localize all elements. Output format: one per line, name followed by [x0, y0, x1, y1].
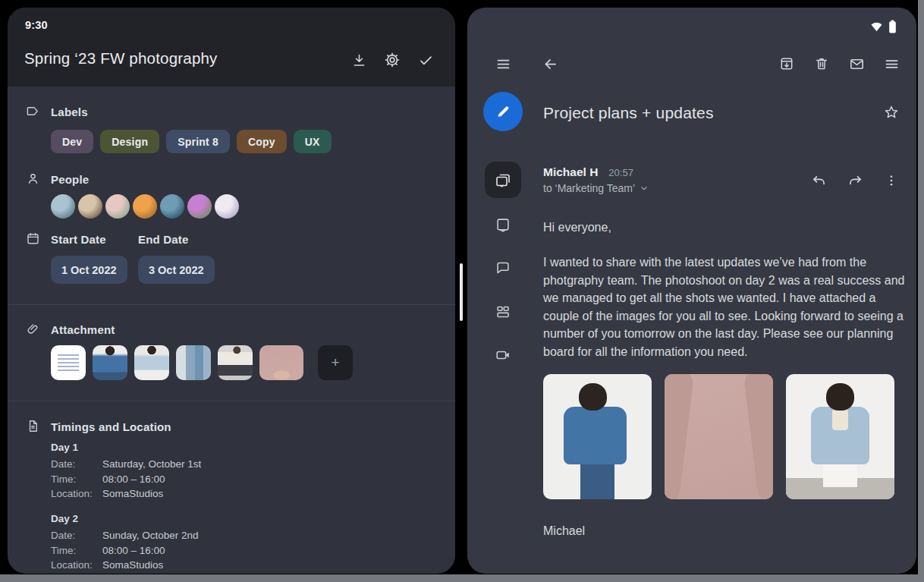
star-icon[interactable]: [883, 104, 900, 121]
end-date-label: End Date: [138, 233, 189, 246]
task-header: 9:30 Spring ‘23 FW photography: [8, 8, 455, 87]
row-value: Saturday, October 1st: [102, 457, 201, 472]
start-date-chip[interactable]: 1 Oct 2022: [51, 256, 127, 284]
avatar-member-6[interactable]: [187, 194, 212, 219]
row-label: Location:: [51, 558, 102, 573]
add-attachment-button[interactable]: +: [318, 345, 353, 380]
email-image-row: [543, 374, 894, 499]
day-1-block: Day 1 Date:Saturday, October 1st Time:08…: [51, 442, 415, 502]
email-image-denim-shirt[interactable]: [786, 374, 894, 499]
row-value: 08:00 – 16:00: [102, 472, 165, 487]
battery-icon: [888, 20, 897, 33]
attachment-section-title: Attachment: [51, 323, 115, 336]
label-chip-sprint-8[interactable]: Sprint 8: [166, 130, 230, 153]
email-signature: Michael: [543, 524, 585, 538]
lines-icon[interactable]: [883, 55, 900, 72]
pencil-icon: [495, 103, 511, 120]
avatar-member-3[interactable]: [105, 194, 130, 219]
window-edge-right: [918, 0, 924, 582]
attachment-thumb-seated-person[interactable]: [218, 345, 253, 380]
rail-item-chat[interactable]: [495, 260, 511, 276]
paperclip-icon: [26, 322, 40, 336]
avatar-member-4[interactable]: [133, 194, 157, 219]
compose-button[interactable]: [483, 92, 523, 131]
delete-icon[interactable]: [813, 55, 830, 72]
screen: 9:30 Spring ‘23 FW photography Labels De…: [0, 0, 924, 582]
calendar-icon: [26, 231, 40, 246]
window-edge-bottom: [0, 574, 924, 582]
label-chip-copy[interactable]: Copy: [237, 130, 287, 153]
row-label: Date:: [51, 528, 102, 543]
label-chip-row: DevDesignSprint 8CopyUX: [51, 130, 332, 153]
download-icon[interactable]: [350, 52, 367, 68]
task-detail-panel: 9:30 Spring ‘23 FW photography Labels De…: [8, 8, 455, 574]
people-avatars: [51, 194, 239, 219]
attachment-thumb-pink-sweater[interactable]: [259, 345, 303, 380]
sender-line: Michael H 20:57: [543, 165, 633, 179]
sleeve: [743, 374, 773, 499]
mail-icon[interactable]: [848, 55, 865, 72]
spaces-icon: [495, 304, 511, 320]
mail-stack-icon: [494, 171, 512, 189]
meet-camera-icon: [495, 347, 511, 363]
day-name: Day 2: [51, 513, 415, 524]
email-image-blue-wrap-top[interactable]: [543, 374, 652, 499]
document-icon: [26, 419, 40, 433]
avatar-member-2[interactable]: [78, 194, 102, 219]
person-inner: [832, 409, 847, 430]
avatar-member-5[interactable]: [160, 194, 184, 219]
task-header-actions: [350, 52, 434, 68]
person-torso: [564, 407, 627, 464]
email-subject: Project plans + updates: [543, 104, 714, 122]
end-date-chip[interactable]: 3 Oct 2022: [138, 256, 215, 284]
row-label: Time:: [51, 543, 102, 558]
row-label: Location:: [51, 486, 102, 502]
mail-toolbar-left: [495, 55, 558, 72]
attachment-thumb-blue-blouse[interactable]: [93, 345, 127, 380]
person-icon: [26, 171, 40, 186]
check-icon[interactable]: [417, 52, 434, 68]
label-icon: [26, 104, 40, 118]
attachment-thumb-document[interactable]: [51, 345, 86, 380]
settings-gear-icon[interactable]: [384, 52, 401, 68]
forward-icon[interactable]: [847, 172, 863, 189]
status-bar-icons: [870, 20, 897, 33]
rail-item-spaces[interactable]: [495, 304, 511, 320]
row-value: 08:00 – 16:00: [102, 543, 165, 558]
label-chip-ux[interactable]: UX: [294, 130, 332, 153]
more-options-icon[interactable]: [883, 172, 900, 189]
rail-item-mail-selected[interactable]: [485, 162, 521, 198]
people-section-title: People: [51, 173, 89, 186]
section-divider: [8, 304, 455, 305]
recipient-toggle[interactable]: to ‘Marketing Team’: [543, 182, 649, 194]
attachment-thumb-light-shirt[interactable]: [134, 345, 169, 380]
day-2-block: Day 2 Date:Sunday, October 2nd Time:08:0…: [51, 513, 415, 573]
archive-icon[interactable]: [778, 55, 795, 72]
message-actions: [810, 172, 900, 189]
start-date-label: Start Date: [51, 233, 106, 246]
label-chip-dev[interactable]: Dev: [51, 130, 93, 153]
menu-icon[interactable]: [495, 55, 511, 72]
avatar-member-7[interactable]: [215, 194, 239, 219]
rail-item-inbox[interactable]: [495, 216, 511, 233]
email-panel: Project plans + updates: [467, 8, 916, 574]
rail-item-meet[interactable]: [495, 347, 511, 363]
person-head: [579, 383, 607, 411]
row-value: SomaStudios: [102, 486, 163, 502]
status-bar-time: 9:30: [25, 19, 48, 31]
reply-icon[interactable]: [810, 172, 827, 189]
label-chip-design[interactable]: Design: [100, 130, 159, 153]
email-image-pink-sweater-closeup[interactable]: [665, 374, 773, 499]
avatar-member-1[interactable]: [51, 194, 75, 219]
wifi-icon: [870, 21, 883, 33]
split-view-drag-handle[interactable]: [460, 263, 463, 321]
chat-icon: [495, 260, 511, 276]
recipient-label: to ‘Marketing Team’: [543, 182, 635, 194]
sender-name: Michael H: [543, 165, 598, 179]
email-timestamp: 20:57: [608, 167, 633, 178]
row-value: Sunday, October 2nd: [102, 528, 199, 543]
back-arrow-icon[interactable]: [542, 55, 558, 72]
attachment-thumb-denim-detail[interactable]: [176, 345, 211, 380]
row-label: Time:: [51, 472, 102, 487]
labels-section-title: Labels: [51, 105, 88, 118]
